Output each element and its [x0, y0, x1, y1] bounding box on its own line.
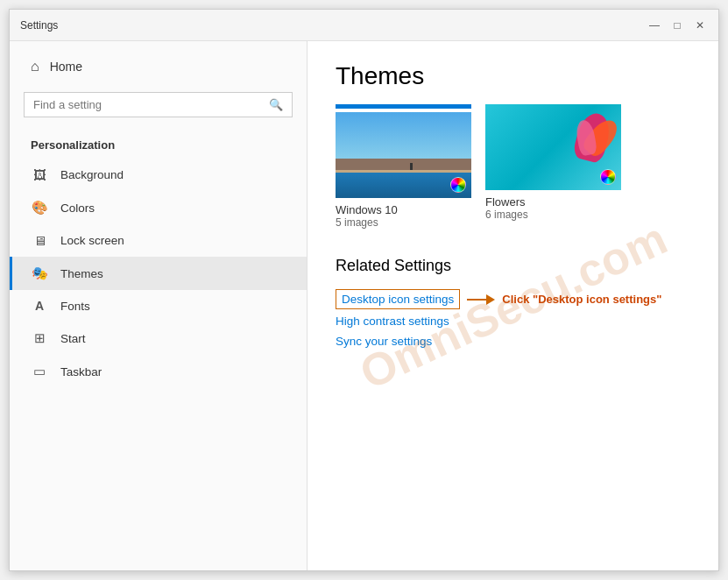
selected-indicator: [336, 104, 471, 109]
sky: [336, 112, 471, 159]
theme-thumbnail-flowers: [485, 104, 621, 190]
desktop-icon-hint: Desktop icon settings Click "Desktop ico…: [336, 289, 690, 309]
themes-grid: Windows 10 5 images: [336, 104, 690, 229]
theme-name-windows10: Windows 10: [336, 203, 471, 216]
theme-name-flowers: Flowers: [485, 195, 621, 209]
sidebar-item-themes[interactable]: 🎭 Themes: [10, 257, 307, 290]
window-title: Settings: [20, 19, 58, 32]
sidebar-section-title: Personalization: [10, 124, 307, 159]
theme-count-flowers: 6 images: [485, 209, 621, 221]
home-icon: ⌂: [31, 59, 39, 74]
person: [410, 163, 413, 170]
theme-count-windows10: 5 images: [336, 216, 471, 229]
page-title: Themes: [336, 62, 690, 90]
lock-screen-label: Lock screen: [60, 234, 124, 247]
search-icon: 🔍: [269, 98, 283, 111]
related-links: Desktop icon settings Click "Desktop ico…: [336, 286, 690, 350]
themes-icon: 🎭: [31, 265, 48, 281]
flower-group: [560, 113, 612, 174]
hint-text: Click "Desktop icon settings": [502, 293, 661, 306]
content-area: ⌂ Home 🔍 Personalization 🖼 Background 🎨 …: [10, 41, 718, 570]
close-button[interactable]: ✕: [692, 18, 708, 33]
fonts-label: Fonts: [60, 300, 90, 313]
sidebar-item-start[interactable]: ⊞ Start: [10, 322, 307, 355]
minimize-button[interactable]: —: [647, 18, 662, 33]
fonts-icon: A: [31, 299, 48, 313]
start-label: Start: [60, 332, 86, 345]
settings-window: Settings — □ ✕ ⌂ Home 🔍 Personalization: [9, 9, 719, 571]
related-settings-title: Related Settings: [336, 257, 690, 275]
background-icon: 🖼: [31, 167, 48, 182]
search-box: 🔍: [24, 92, 293, 117]
title-bar: Settings — □ ✕: [10, 10, 718, 41]
theme-color-dot-windows10: [450, 177, 466, 193]
search-input[interactable]: [33, 98, 264, 111]
sync-your-settings-link[interactable]: Sync your settings: [336, 333, 690, 350]
sidebar-item-taskbar[interactable]: ▭ Taskbar: [10, 355, 307, 388]
sidebar: ⌂ Home 🔍 Personalization 🖼 Background 🎨 …: [10, 41, 307, 570]
taskbar-icon: ▭: [31, 364, 48, 379]
sidebar-item-background[interactable]: 🖼 Background: [10, 159, 307, 191]
sidebar-item-colors[interactable]: 🎨 Colors: [10, 191, 307, 224]
sidebar-item-lock-screen[interactable]: 🖥 Lock screen: [10, 224, 307, 257]
arrow-right-icon: [467, 294, 495, 306]
maximize-button[interactable]: □: [669, 18, 685, 33]
sidebar-item-home[interactable]: ⌂ Home: [10, 48, 307, 85]
background-label: Background: [60, 168, 124, 181]
main-content: OmniSecu.com Themes: [307, 41, 718, 371]
start-icon: ⊞: [31, 330, 48, 346]
lock-screen-icon: 🖥: [31, 233, 48, 248]
themes-label: Themes: [60, 267, 103, 280]
window-controls: — □ ✕: [647, 18, 708, 33]
taskbar-label: Taskbar: [60, 365, 102, 378]
main-content-wrapper: OmniSecu.com Themes: [307, 41, 718, 570]
home-label: Home: [50, 60, 82, 74]
theme-card-flowers[interactable]: Flowers 6 images: [485, 104, 621, 229]
high-contrast-settings-link[interactable]: High contrast settings: [336, 313, 690, 329]
desktop-icon-settings-link[interactable]: Desktop icon settings: [336, 289, 460, 309]
theme-color-dot-flowers: [600, 169, 616, 185]
colors-label: Colors: [60, 202, 95, 215]
theme-card-windows10[interactable]: Windows 10 5 images: [336, 104, 471, 229]
theme-thumbnail-windows10: [336, 112, 471, 198]
colors-icon: 🎨: [31, 200, 48, 216]
sidebar-item-fonts[interactable]: A Fonts: [10, 290, 307, 322]
related-settings: Related Settings Desktop icon settings C…: [336, 257, 690, 350]
